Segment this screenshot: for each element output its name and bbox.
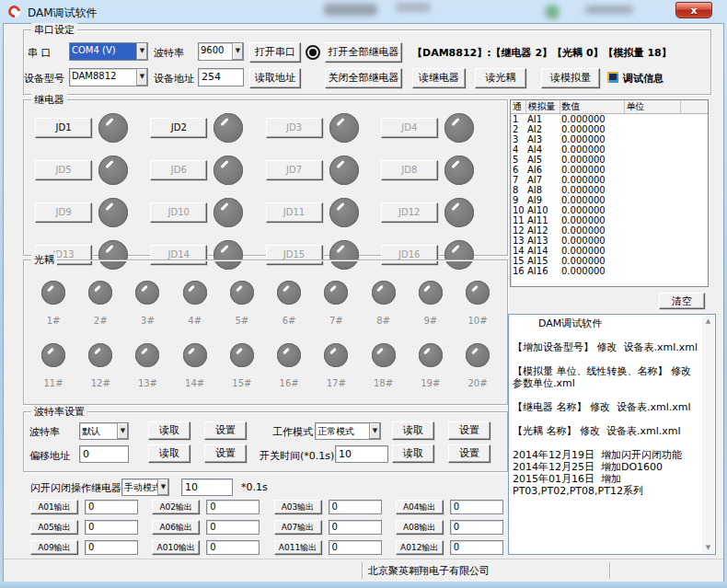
table-row[interactable]: 1 AI1 0.000000 — [511, 114, 709, 125]
relay-button[interactable]: JD9 — [35, 202, 92, 223]
table-row[interactable]: 4 AI4 0.000000 — [511, 144, 709, 155]
ao-output-button[interactable]: A011输出 — [274, 540, 322, 555]
ao-output-input[interactable]: 0 — [85, 540, 138, 555]
relay-button[interactable]: JD1 — [35, 118, 92, 138]
table-row[interactable]: 8 AI8 0.000000 — [511, 185, 709, 195]
offset-set-button[interactable]: 设置 — [204, 444, 247, 463]
baud-read-button[interactable]: 读取 — [148, 421, 190, 440]
table-row[interactable]: 3 AI3 0.000000 — [511, 134, 709, 144]
relay-button[interactable]: JD7 — [266, 160, 323, 180]
ao-output-button[interactable]: A012输出 — [396, 540, 444, 555]
flash-unit-label: *0.1s — [241, 481, 268, 493]
chevron-down-icon[interactable]: ▼ — [232, 43, 243, 60]
relay-button[interactable]: JD3 — [266, 118, 323, 138]
baud-set-button[interactable]: 设置 — [204, 421, 247, 440]
ao-output-button[interactable]: A08输出 — [396, 520, 444, 535]
scroll-up-icon[interactable]: ▲ — [702, 316, 714, 327]
ao-output-button[interactable]: A06输出 — [152, 520, 200, 535]
switch-time-input[interactable]: 10 — [335, 445, 388, 463]
scroll-down-icon[interactable]: ▼ — [702, 542, 714, 553]
table-row[interactable]: 5 AI5 0.000000 — [511, 155, 709, 165]
clear-button[interactable]: 清空 — [659, 293, 705, 309]
ao-output-input[interactable]: 0 — [206, 500, 260, 514]
table-row[interactable]: 15 AI15 0.000000 — [511, 256, 709, 266]
log-line: 2014年12月25日 增加DO1600 — [513, 461, 700, 473]
workmode-combo[interactable]: 正常模式 ▼ — [315, 422, 381, 440]
relay-button[interactable]: JD10 — [150, 202, 207, 223]
workmode-set-button[interactable]: 设置 — [448, 421, 490, 440]
relay-button[interactable]: JD4 — [381, 118, 438, 138]
table-row[interactable]: 11 AI11 0.000000 — [511, 215, 709, 225]
baudset-baud-combo[interactable]: 默认 ▼ — [79, 422, 129, 440]
table-row[interactable]: 6 AI6 0.000000 — [511, 165, 709, 175]
ao-output-button[interactable]: A01输出 — [30, 500, 78, 514]
table-row[interactable]: 13 AI13 0.000000 — [511, 236, 709, 246]
log-scrollbar[interactable]: ▲ ▼ — [702, 316, 714, 553]
ao-output-input[interactable]: 0 — [450, 540, 503, 555]
baud-combo[interactable]: 9600 ▼ — [198, 42, 244, 61]
open-all-relays-button[interactable]: 打开全部继电器 — [325, 42, 402, 63]
port-combo[interactable]: COM4 (V) ▼ — [69, 42, 148, 61]
offset-input[interactable]: 0 — [79, 445, 129, 463]
table-row[interactable]: 10 AI10 0.000000 — [511, 205, 709, 215]
flash-mode-combo[interactable]: 手动模式 ▼ — [121, 478, 169, 496]
read-analog-button[interactable]: 读模拟量 — [541, 68, 600, 88]
table-row[interactable]: 12 AI12 0.000000 — [511, 225, 709, 236]
title-bar[interactable]: DAM调试软件 x — [0, 0, 727, 24]
relay-button[interactable]: JD2 — [150, 118, 207, 138]
device-addr-input[interactable]: 254 — [198, 68, 244, 86]
chevron-down-icon[interactable]: ▼ — [157, 479, 168, 495]
relay-knob-indicator — [444, 156, 474, 185]
ao-output-input[interactable]: 0 — [206, 520, 260, 535]
opto-cell: 15# — [224, 343, 260, 388]
close-all-relays-button[interactable]: 关闭全部继电器 — [325, 68, 402, 88]
relay-cell: JD12 — [381, 198, 496, 227]
ao-output-input[interactable]: 0 — [85, 520, 138, 535]
chevron-down-icon[interactable]: ▼ — [136, 69, 147, 86]
read-addr-button[interactable]: 读取地址 — [249, 68, 301, 88]
ao-output-input[interactable]: 0 — [329, 520, 382, 535]
analog-table-header: 通 模拟量 数值 单位 — [511, 100, 709, 114]
ao-output-button[interactable]: A05输出 — [30, 520, 78, 535]
log-area[interactable]: DAM调试软件 【增加设备型号】 修改 设备表.xml.xml 【模拟量 单位、… — [508, 314, 716, 555]
chevron-down-icon[interactable]: ▼ — [369, 423, 380, 439]
relay-button[interactable]: JD12 — [381, 202, 438, 223]
offset-read-button[interactable]: 读取 — [148, 444, 190, 463]
workmode-read-button[interactable]: 读取 — [392, 421, 434, 440]
flash-time-input[interactable]: 10 — [181, 478, 233, 496]
model-combo[interactable]: DAM8812 ▼ — [69, 68, 148, 86]
ao-output-button[interactable]: A03输出 — [274, 500, 322, 514]
ao-output-button[interactable]: A02输出 — [152, 500, 200, 514]
ao-output-input[interactable]: 0 — [450, 500, 503, 514]
ao-output-input[interactable]: 0 — [329, 500, 382, 514]
table-row[interactable]: 2 AI2 0.000000 — [511, 124, 709, 134]
chevron-down-icon[interactable]: ▼ — [117, 423, 128, 439]
switch-read-button[interactable]: 读取 — [392, 444, 434, 463]
table-row[interactable]: 7 AI7 0.000000 — [511, 175, 709, 185]
table-row[interactable]: 16 AI16 0.000000 — [511, 266, 709, 276]
ao-output-input[interactable]: 0 — [450, 520, 503, 535]
ao-output-input[interactable]: 0 — [329, 540, 382, 555]
workmode-value: 正常模式 — [316, 423, 369, 439]
cell-channel: 1 — [511, 114, 525, 125]
analog-table[interactable]: 通 模拟量 数值 单位 1 AI1 0.000000 — [510, 99, 709, 287]
ao-output-button[interactable]: A09输出 — [30, 540, 78, 555]
open-port-button[interactable]: 打开串口 — [249, 42, 301, 63]
read-relay-button[interactable]: 读继电器 — [412, 68, 466, 88]
ao-output-button[interactable]: A07输出 — [274, 520, 322, 535]
log-line — [513, 413, 700, 425]
switch-set-button[interactable]: 设置 — [448, 444, 490, 463]
relay-button[interactable]: JD11 — [266, 202, 323, 223]
close-button[interactable]: x — [675, 2, 712, 18]
table-row[interactable]: 9 AI9 0.000000 — [511, 195, 709, 205]
relay-button[interactable]: JD6 — [150, 160, 207, 180]
ao-output-button[interactable]: A04输出 — [396, 500, 444, 514]
relay-button[interactable]: JD5 — [35, 160, 92, 180]
read-opto-button[interactable]: 读光耦 — [475, 68, 526, 88]
ao-output-input[interactable]: 0 — [206, 540, 260, 555]
ao-output-input[interactable]: 0 — [85, 500, 138, 514]
chevron-down-icon[interactable]: ▼ — [136, 43, 147, 60]
table-row[interactable]: 14 AI14 0.000000 — [511, 246, 709, 256]
ao-output-button[interactable]: A010输出 — [152, 540, 200, 555]
relay-button[interactable]: JD8 — [381, 160, 438, 180]
